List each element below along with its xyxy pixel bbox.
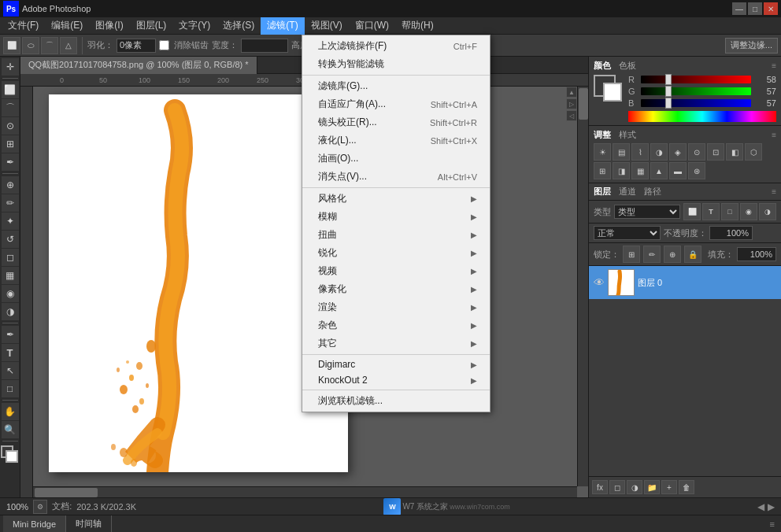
swatches-tab[interactable]: 色板 (619, 60, 636, 72)
lock-paint-icon[interactable]: ✏ (643, 246, 661, 263)
maximize-button[interactable]: □ (748, 2, 762, 15)
eyedropper-tool[interactable]: ✒ (2, 153, 19, 171)
menu-select[interactable]: 选择(S) (217, 17, 261, 35)
scrollbar-vertical[interactable] (577, 87, 588, 486)
photo-filter-adj[interactable]: ⬡ (745, 143, 762, 161)
background-color[interactable] (6, 450, 18, 463)
minibridge-expand[interactable]: ≡ (770, 519, 775, 529)
scrollbar-thumb-h[interactable] (35, 488, 98, 497)
next-btn[interactable]: ▶ (768, 501, 775, 512)
refine-edge-button[interactable]: 调整边缘... (725, 38, 778, 54)
knockout-item[interactable]: KnockOut 2 ▶ (302, 372, 490, 388)
sharpen-item[interactable]: 锐化 ▶ (302, 244, 490, 262)
opacity-value[interactable]: 100% (709, 226, 753, 240)
prev-btn[interactable]: ◀ (757, 501, 764, 512)
text-tool[interactable]: T (2, 344, 19, 361)
levels-adj[interactable]: ▤ (613, 143, 630, 161)
dodge-tool[interactable]: ◑ (2, 303, 19, 320)
browse-filters-item[interactable]: 浏览联机滤镜... (302, 392, 490, 410)
navigator-button2[interactable]: ◁ (566, 110, 577, 121)
menu-layer[interactable]: 图层(L) (130, 17, 173, 35)
posterize-adj[interactable]: ▦ (631, 162, 649, 179)
feather-input[interactable] (117, 39, 156, 53)
exposure-adj[interactable]: ◑ (650, 143, 668, 161)
filter-adj-icon[interactable]: ◑ (759, 203, 776, 220)
menu-text[interactable]: 文字(Y) (172, 17, 217, 35)
menu-view[interactable]: 视图(V) (305, 17, 349, 35)
b-slider-track[interactable] (641, 99, 751, 107)
last-filter-item[interactable]: 上次滤镜操作(F) Ctrl+F (302, 37, 490, 55)
close-button[interactable]: ✕ (764, 2, 778, 15)
clone-tool[interactable]: ✦ (2, 212, 19, 230)
bw-adj[interactable]: ◧ (726, 143, 743, 161)
healing-tool[interactable]: ⊕ (2, 176, 19, 194)
filter-shape[interactable]: □ (721, 203, 738, 220)
layers-tab[interactable]: 图层 (594, 186, 611, 198)
eraser-tool[interactable]: ◻ (2, 249, 19, 266)
add-mask-btn[interactable]: ◻ (609, 480, 625, 494)
layers-panel-menu[interactable]: ≡ (772, 187, 776, 196)
r-slider-thumb[interactable] (665, 74, 672, 85)
colorbalance-adj[interactable]: ⊡ (707, 143, 724, 161)
vanishing-point-item[interactable]: 消失点(V)... Alt+Ctrl+V (302, 168, 490, 186)
navigator-button1[interactable]: ▷ (566, 98, 577, 109)
add-group-btn[interactable]: 📁 (644, 480, 660, 494)
adaptive-wide-item[interactable]: 自适应广角(A)... Shift+Ctrl+A (302, 95, 490, 113)
paths-tab[interactable]: 路径 (644, 186, 661, 198)
path-select-tool[interactable]: ↖ (2, 362, 19, 379)
minibridge-tab[interactable]: Mini Bridge (3, 515, 66, 533)
new-layer-btn[interactable]: + (661, 480, 677, 494)
layer-item-0[interactable]: 👁 图层 0 (589, 266, 781, 299)
invert-adj[interactable]: ◨ (613, 162, 630, 179)
add-layer-style-btn[interactable]: fx (592, 480, 608, 494)
filter-gallery-item[interactable]: 滤镜库(G)... (302, 77, 490, 95)
blend-mode-select[interactable]: 正常 (594, 226, 661, 240)
filter-text[interactable]: T (702, 203, 720, 220)
g-slider-thumb[interactable] (665, 86, 672, 97)
kind-select[interactable]: 类型 (614, 205, 680, 219)
selective-color-adj[interactable]: ⊛ (688, 162, 705, 179)
add-adjustment-btn[interactable]: ◑ (627, 480, 642, 494)
liquify-item[interactable]: 液化(L)... Shift+Ctrl+X (302, 131, 490, 150)
anti-alias-checkbox[interactable] (159, 40, 169, 50)
history-brush-tool[interactable]: ↺ (2, 231, 19, 248)
g-slider-track[interactable] (641, 87, 751, 95)
r-slider-track[interactable] (641, 76, 751, 83)
gradient-map-adj[interactable]: ▬ (669, 162, 687, 179)
video-item[interactable]: 视频 ▶ (302, 262, 490, 280)
document-tab[interactable]: QQ截图20171017084758.png @ 100% (图层 0, RGB… (20, 57, 257, 74)
lasso-btn[interactable]: ⌒ (41, 37, 58, 54)
blur-tool[interactable]: ◉ (2, 285, 19, 302)
layer-visibility-eye[interactable]: 👁 (594, 276, 605, 289)
filter-pixel[interactable]: ⬜ (683, 203, 701, 220)
curves-adj[interactable]: ⌇ (631, 143, 649, 161)
quick-select-tool[interactable]: ⊙ (2, 117, 19, 135)
poly-lasso-btn[interactable]: △ (60, 37, 77, 54)
ellipse-select-btn[interactable]: ⬭ (22, 37, 39, 54)
width-input[interactable] (241, 39, 288, 53)
shape-tool[interactable]: □ (2, 380, 19, 397)
filter-smart[interactable]: ◉ (740, 203, 757, 220)
delete-layer-btn[interactable]: 🗑 (679, 480, 694, 494)
gradient-tool[interactable]: ▦ (2, 267, 19, 284)
pixelate-item[interactable]: 像素化 ▶ (302, 280, 490, 298)
marquee-tool[interactable]: ⬜ (2, 81, 19, 98)
vibrance-adj[interactable]: ◈ (669, 143, 687, 161)
zoom-tool[interactable]: 🔍 (2, 421, 19, 438)
color-tab[interactable]: 颜色 (594, 60, 611, 72)
brush-tool[interactable]: ✏ (2, 194, 19, 212)
lock-pixels-icon[interactable]: ⊞ (623, 246, 640, 263)
styles-tab[interactable]: 样式 (619, 129, 636, 141)
background-swatch[interactable] (603, 83, 622, 102)
menu-window[interactable]: 窗口(W) (349, 17, 395, 35)
channels-tab[interactable]: 通道 (619, 186, 636, 198)
threshold-adj[interactable]: ▲ (650, 162, 668, 179)
adj-tab[interactable]: 调整 (594, 129, 611, 141)
blur-item[interactable]: 模糊 ▶ (302, 208, 490, 226)
lasso-tool[interactable]: ⌒ (2, 99, 19, 116)
menu-help[interactable]: 帮助(H) (395, 17, 440, 35)
timeline-tab[interactable]: 时间轴 (66, 515, 112, 533)
navigator-expand[interactable]: ▲ (566, 87, 577, 98)
adj-panel-menu[interactable]: ≡ (772, 131, 776, 139)
distort-item[interactable]: 扭曲 ▶ (302, 226, 490, 244)
